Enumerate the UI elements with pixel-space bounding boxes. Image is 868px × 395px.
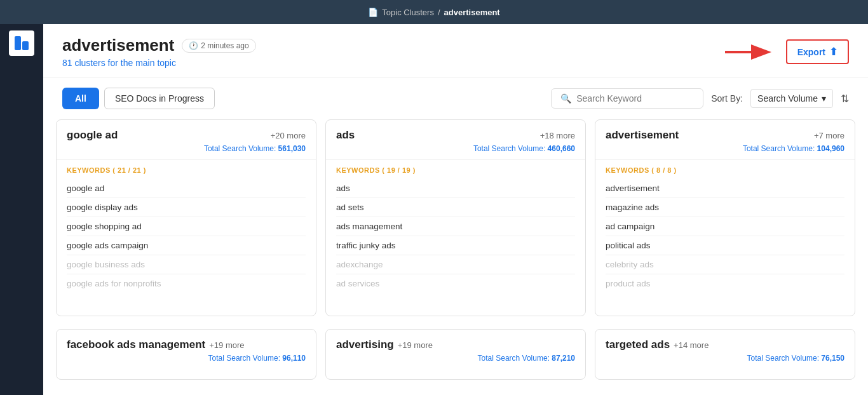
keyword-item: google ad <box>67 179 306 198</box>
arrow-icon <box>725 43 776 62</box>
card-title: advertisement <box>606 129 679 142</box>
logo-shape <box>15 36 29 50</box>
card-title: google ad <box>67 129 118 142</box>
card-volume: Total Search Volume: 104,960 <box>606 144 844 153</box>
app-logo[interactable] <box>9 30 34 56</box>
main-content: advertisement 🕐 2 minutes ago 81 cluster… <box>43 24 868 395</box>
search-icon: 🔍 <box>560 93 571 104</box>
breadcrumb-separator: / <box>438 8 440 17</box>
time-text: 2 minutes ago <box>201 41 248 50</box>
keyword-item: ad campaign <box>606 217 844 236</box>
keyword-item: political ads <box>606 236 844 255</box>
card-bottom-more: +19 more <box>398 340 433 350</box>
card-bottom-title-row: advertising +19 more <box>336 338 575 351</box>
card-bottom-title: advertising <box>336 338 394 351</box>
page-header: advertisement 🕐 2 minutes ago 81 cluster… <box>43 24 868 77</box>
bottom-card-2[interactable]: targeted ads +14 more Total Search Volum… <box>595 329 855 380</box>
top-bar: 📄 Topic Clusters / advertisement <box>0 0 868 24</box>
filter-right: 🔍 Sort By: Search Volume ▾ ⇅ <box>551 88 849 109</box>
cards-grid: google ad +20 more Total Search Volume: … <box>43 119 868 329</box>
breadcrumb-part1[interactable]: Topic Clusters <box>382 8 434 17</box>
keywords-label: KEYWORDS ( 21 / 21 ) <box>67 166 306 174</box>
bottom-card-0[interactable]: facebook ads management +19 more Total S… <box>56 329 316 380</box>
card-title-row: ads +18 more <box>336 129 575 142</box>
export-button[interactable]: Export ⬆ <box>786 39 849 64</box>
breadcrumb-part2: advertisement <box>444 8 500 17</box>
cluster-card-2[interactable]: advertisement +7 more Total Search Volum… <box>595 119 855 316</box>
card-volume: Total Search Volume: 460,660 <box>336 144 575 153</box>
card-bottom-title-row: facebook ads management +19 more <box>67 338 306 351</box>
card-bottom-volume: Total Search Volume: 76,150 <box>606 354 844 363</box>
keyword-item: ad services <box>336 274 575 293</box>
card-title-row: advertisement +7 more <box>606 129 844 142</box>
keyword-item: ads management <box>336 217 575 236</box>
arrow-svg <box>725 43 776 62</box>
filter-buttons: All SEO Docs in Progress <box>62 88 215 109</box>
card-more: +20 more <box>271 131 306 140</box>
card-body: KEYWORDS ( 21 / 21 ) google adgoogle dis… <box>57 160 316 299</box>
keyword-item: product ads <box>606 274 844 293</box>
keyword-item: adexchange <box>336 255 575 274</box>
sort-value: Search Volume <box>757 93 818 104</box>
sort-select[interactable]: Search Volume ▾ <box>750 89 833 108</box>
card-body: KEYWORDS ( 19 / 19 ) adsad setsads manag… <box>326 160 585 299</box>
search-input[interactable] <box>576 93 694 104</box>
keyword-item: ads <box>336 179 575 198</box>
card-title-row: google ad +20 more <box>67 129 306 142</box>
export-icon: ⬆ <box>829 46 837 58</box>
card-body: KEYWORDS ( 8 / 8 ) advertisementmagazine… <box>595 160 855 299</box>
bottom-card-1[interactable]: advertising +19 more Total Search Volume… <box>325 329 586 380</box>
keyword-item: google business ads <box>67 255 306 274</box>
cluster-card-1[interactable]: ads +18 more Total Search Volume: 460,66… <box>325 119 586 316</box>
card-header: ads +18 more Total Search Volume: 460,66… <box>326 120 585 160</box>
card-title: ads <box>336 129 355 142</box>
card-bottom-title: targeted ads <box>606 338 670 351</box>
card-more: +18 more <box>540 131 575 140</box>
card-header: advertisement +7 more Total Search Volum… <box>595 120 855 160</box>
title-text: advertisement <box>62 36 174 55</box>
keywords-label: KEYWORDS ( 8 / 8 ) <box>606 166 844 174</box>
keyword-item: magazine ads <box>606 198 844 217</box>
sort-label: Sort By: <box>711 93 743 104</box>
time-badge: 🕐 2 minutes ago <box>182 39 255 53</box>
page-title: advertisement 🕐 2 minutes ago <box>62 36 256 55</box>
bottom-cards-grid: facebook ads management +19 more Total S… <box>43 329 868 392</box>
chevron-down-icon: ▾ <box>822 93 826 104</box>
card-bottom-volume: Total Search Volume: 96,110 <box>67 354 306 363</box>
keyword-item: celebrity ads <box>606 255 844 274</box>
filter-bar: All SEO Docs in Progress 🔍 Sort By: Sear… <box>43 77 868 119</box>
cluster-card-0[interactable]: google ad +20 more Total Search Volume: … <box>56 119 316 316</box>
search-box: 🔍 <box>551 88 703 109</box>
topbar-doc-icon: 📄 <box>368 8 378 17</box>
card-bottom-title-row: targeted ads +14 more <box>606 338 844 351</box>
keyword-item: google ads campaign <box>67 236 306 255</box>
keyword-item: google shopping ad <box>67 217 306 236</box>
export-label: Export <box>797 47 825 57</box>
card-header: google ad +20 more Total Search Volume: … <box>57 120 316 160</box>
sort-filter-icon[interactable]: ⇅ <box>841 93 849 105</box>
export-area: Export ⬆ <box>725 39 849 64</box>
card-bottom-more: +19 more <box>209 340 244 350</box>
card-volume: Total Search Volume: 561,030 <box>67 144 306 153</box>
all-filter-button[interactable]: All <box>62 88 99 109</box>
keyword-item: google display ads <box>67 198 306 217</box>
card-bottom-volume: Total Search Volume: 87,210 <box>336 354 575 363</box>
time-icon: 🕐 <box>189 41 198 50</box>
keyword-item: google ads for nonprofits <box>67 274 306 293</box>
card-more: +7 more <box>814 131 844 140</box>
keyword-item: advertisement <box>606 179 844 198</box>
page-subtitle: 81 clusters for the main topic <box>62 58 256 68</box>
card-bottom-more: +14 more <box>674 340 709 350</box>
seo-docs-filter-button[interactable]: SEO Docs in Progress <box>104 88 215 109</box>
keywords-label: KEYWORDS ( 19 / 19 ) <box>336 166 575 174</box>
card-bottom-title: facebook ads management <box>67 338 205 351</box>
keyword-item: ad sets <box>336 198 575 217</box>
page-title-section: advertisement 🕐 2 minutes ago 81 cluster… <box>62 36 256 68</box>
keyword-item: traffic junky ads <box>336 236 575 255</box>
sidebar <box>0 24 43 395</box>
